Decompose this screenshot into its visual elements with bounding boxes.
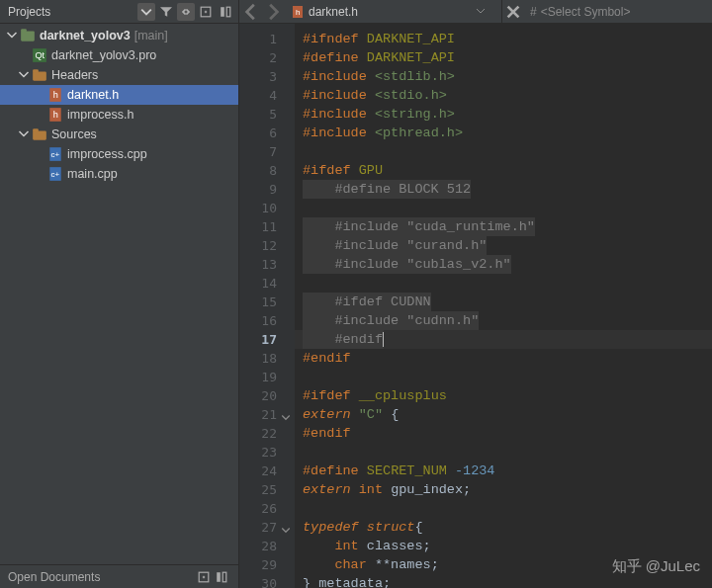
code-line[interactable]: #define BLOCK 512 xyxy=(295,180,712,199)
svg-text:Qt: Qt xyxy=(35,50,44,60)
svg-rect-2 xyxy=(226,7,230,17)
svg-rect-4 xyxy=(21,29,27,32)
code-line[interactable]: #endif xyxy=(295,330,712,349)
twisty-open-icon xyxy=(18,69,30,81)
code-line[interactable]: #ifdef CUDNN xyxy=(295,293,712,311)
svg-text:h: h xyxy=(296,8,300,17)
code-line[interactable] xyxy=(295,368,712,386)
new-window-icon[interactable] xyxy=(197,3,215,21)
svg-rect-20 xyxy=(217,572,221,582)
code-line[interactable]: #endif xyxy=(295,424,712,443)
fold-icon[interactable] xyxy=(281,409,291,419)
h-file-icon: h xyxy=(291,5,305,19)
split-icon[interactable] xyxy=(217,3,234,21)
line-gutter[interactable]: 1234567891011121314151617181920212223242… xyxy=(239,24,295,588)
open-documents-bar[interactable]: Open Documents xyxy=(0,564,238,588)
editor-pane: h darknet.h # <Select Symbol> 1234567891… xyxy=(239,0,712,588)
code-line[interactable]: #define SECRET_NUM -1234 xyxy=(295,462,712,480)
project-icon xyxy=(20,28,36,43)
code-line[interactable] xyxy=(295,199,712,217)
code-line[interactable]: } metadata; xyxy=(295,574,712,588)
code-editor[interactable]: #ifndef DARKNET_API#define DARKNET_API#i… xyxy=(295,24,712,588)
combo-icon[interactable] xyxy=(137,3,155,21)
symbol-selector[interactable]: # <Select Symbol> xyxy=(522,5,638,19)
twisty-open-icon xyxy=(6,30,18,42)
cpp-file-icon: c+ xyxy=(47,146,63,162)
code-line[interactable]: #include <stdlib.h> xyxy=(295,67,712,86)
code-line[interactable]: #define DARKNET_API xyxy=(295,48,712,67)
code-line[interactable]: #include "curand.h" xyxy=(295,236,712,255)
tree-file-improcess-cpp[interactable]: c+ improcess.cpp xyxy=(0,144,238,164)
code-line[interactable]: #include <stdio.h> xyxy=(295,86,712,105)
code-line[interactable]: typedef struct{ xyxy=(295,518,712,537)
code-line[interactable] xyxy=(295,274,712,293)
code-line[interactable]: #endif xyxy=(295,349,712,368)
editor-toolbar: h darknet.h # <Select Symbol> xyxy=(239,0,712,24)
hash-icon: # xyxy=(530,5,537,19)
svg-text:h: h xyxy=(53,110,58,120)
code-line[interactable]: #include "cublas_v2.h" xyxy=(295,255,712,274)
code-line[interactable]: extern "C" { xyxy=(295,405,712,424)
code-line[interactable]: extern int gpu_index; xyxy=(295,480,712,499)
twisty-open-icon xyxy=(18,128,30,140)
sidebar-title: Projects xyxy=(8,5,137,19)
h-file-icon: h xyxy=(47,107,63,123)
svg-rect-21 xyxy=(222,572,226,582)
nav-forward-icon[interactable] xyxy=(263,3,281,21)
project-tree[interactable]: darknet_yolov3 [main] Qt darknet_yolov3.… xyxy=(0,24,238,564)
nav-back-icon[interactable] xyxy=(243,3,261,21)
cpp-file-icon: c+ xyxy=(47,166,63,182)
code-line[interactable]: char **names; xyxy=(295,555,712,574)
split-icon[interactable] xyxy=(213,568,230,586)
code-line[interactable] xyxy=(295,142,712,161)
code-line[interactable]: int classes; xyxy=(295,537,712,555)
tree-headers-folder[interactable]: Headers xyxy=(0,65,238,85)
code-line[interactable] xyxy=(295,443,712,462)
qt-file-icon: Qt xyxy=(32,47,47,63)
tree-pro-file[interactable]: Qt darknet_yolov3.pro xyxy=(0,45,238,65)
fold-icon[interactable] xyxy=(281,522,291,532)
new-window-icon[interactable] xyxy=(195,568,213,586)
svg-rect-7 xyxy=(33,72,46,81)
svg-rect-8 xyxy=(33,69,39,72)
svg-text:c+: c+ xyxy=(50,170,59,179)
svg-text:c+: c+ xyxy=(50,150,59,159)
tree-file-improcess-h[interactable]: h improcess.h xyxy=(0,105,238,125)
code-line[interactable]: #ifndef DARKNET_API xyxy=(295,30,712,48)
svg-rect-3 xyxy=(21,31,35,41)
svg-rect-1 xyxy=(221,7,224,17)
tree-project-root[interactable]: darknet_yolov3 [main] xyxy=(0,26,238,45)
code-line[interactable]: #ifdef __cplusplus xyxy=(295,386,712,405)
code-line[interactable]: #ifdef GPU xyxy=(295,161,712,180)
svg-rect-13 xyxy=(33,131,46,140)
tree-file-main-cpp[interactable]: c+ main.cpp xyxy=(0,164,238,184)
svg-text:h: h xyxy=(53,90,58,100)
projects-sidebar: Projects darknet_yolov3 [main] Qt darkne… xyxy=(0,0,239,588)
sidebar-header: Projects xyxy=(0,0,238,24)
file-breadcrumb[interactable]: h darknet.h xyxy=(285,0,502,24)
filter-icon[interactable] xyxy=(157,3,175,21)
link-icon[interactable] xyxy=(177,3,195,21)
folder-icon xyxy=(32,67,47,83)
chevron-down-icon xyxy=(476,5,486,19)
close-file-icon[interactable] xyxy=(504,3,522,21)
tree-sources-folder[interactable]: Sources xyxy=(0,125,238,144)
folder-icon xyxy=(32,126,47,142)
code-line[interactable] xyxy=(295,499,712,518)
code-line[interactable]: #include <string.h> xyxy=(295,105,712,124)
svg-rect-14 xyxy=(33,128,39,131)
h-file-icon: h xyxy=(47,87,63,103)
tree-file-darknet-h[interactable]: h darknet.h xyxy=(0,85,238,105)
code-line[interactable]: #include <pthread.h> xyxy=(295,124,712,142)
code-line[interactable]: #include "cudnn.h" xyxy=(295,311,712,330)
code-line[interactable]: #include "cuda_runtime.h" xyxy=(295,217,712,236)
